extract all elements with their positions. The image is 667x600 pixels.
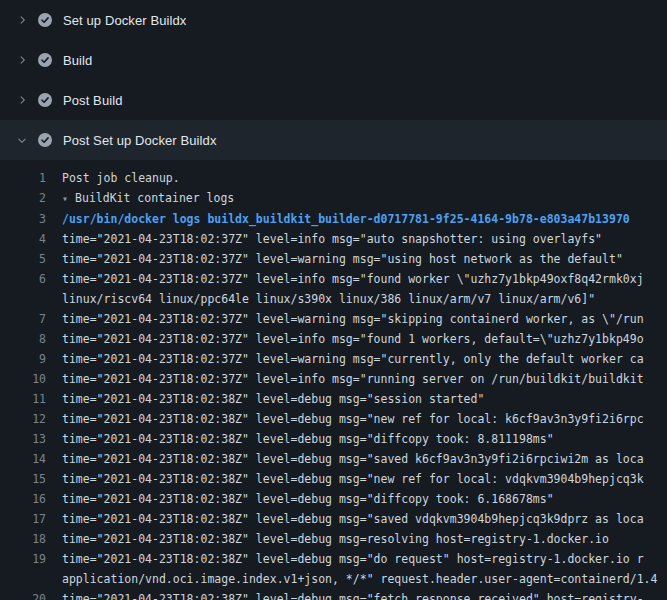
log-line: 14time="2021-04-23T18:02:38Z" level=debu… (0, 449, 667, 469)
chevron-right-icon (14, 12, 30, 28)
log-text: time="2021-04-23T18:02:37Z" level=warnin… (46, 249, 623, 269)
line-number[interactable]: 10 (0, 369, 46, 389)
log-line: 15time="2021-04-23T18:02:38Z" level=debu… (0, 469, 667, 489)
line-number[interactable]: 5 (0, 249, 46, 269)
log-text: time="2021-04-23T18:02:38Z" level=debug … (46, 449, 644, 469)
log-line: 20time="2021-04-23T18:02:38Z" level=debu… (0, 589, 667, 600)
step-header-post-build[interactable]: Post Build (0, 80, 667, 120)
log-text: time="2021-04-23T18:02:38Z" level=debug … (46, 429, 554, 449)
chevron-down-icon (14, 132, 30, 148)
log-line: 18time="2021-04-23T18:02:38Z" level=debu… (0, 529, 667, 549)
log-line: 16time="2021-04-23T18:02:38Z" level=debu… (0, 489, 667, 509)
log-text: time="2021-04-23T18:02:38Z" level=debug … (46, 549, 644, 569)
log-text: linux/riscv64 linux/ppc64le linux/s390x … (46, 289, 595, 309)
log-line: 9time="2021-04-23T18:02:37Z" level=warni… (0, 349, 667, 369)
step-label: Set up Docker Buildx (63, 13, 186, 28)
log-line: 8time="2021-04-23T18:02:37Z" level=info … (0, 329, 667, 349)
check-circle-icon (37, 92, 53, 108)
log-line: 6time="2021-04-23T18:02:37Z" level=info … (0, 269, 667, 289)
line-number[interactable]: 15 (0, 469, 46, 489)
line-number[interactable]: 16 (0, 489, 46, 509)
log-line: 3/usr/bin/docker logs buildx_buildkit_bu… (0, 209, 667, 229)
log-text: time="2021-04-23T18:02:38Z" level=debug … (46, 529, 609, 549)
line-number[interactable]: 14 (0, 449, 46, 469)
log-line: 2▾BuildKit container logs (0, 188, 667, 209)
log-line: 5time="2021-04-23T18:02:37Z" level=warni… (0, 249, 667, 269)
log-text: Post job cleanup. (46, 168, 180, 188)
workflow-log-viewer: Set up Docker Buildx Build Post Build Po… (0, 0, 667, 600)
log-text: ▾BuildKit container logs (46, 188, 234, 209)
log-text: time="2021-04-23T18:02:38Z" level=debug … (46, 469, 644, 489)
line-number[interactable]: 2 (0, 188, 46, 209)
line-number[interactable]: 20 (0, 589, 46, 600)
line-number[interactable]: 17 (0, 509, 46, 529)
check-circle-icon (37, 52, 53, 68)
step-label: Build (63, 53, 92, 68)
log-line: 11time="2021-04-23T18:02:38Z" level=debu… (0, 389, 667, 409)
log-line: 13time="2021-04-23T18:02:38Z" level=debu… (0, 429, 667, 449)
step-label: Post Build (63, 93, 123, 108)
log-line: application/vnd.oci.image.index.v1+json,… (0, 569, 667, 589)
log-text: time="2021-04-23T18:02:38Z" level=debug … (46, 489, 554, 509)
log-text: time="2021-04-23T18:02:37Z" level=info m… (46, 269, 644, 289)
log-text: application/vnd.oci.image.index.v1+json,… (46, 569, 657, 589)
step-header-setup-docker-buildx[interactable]: Set up Docker Buildx (0, 0, 667, 40)
line-number[interactable]: 1 (0, 168, 46, 188)
log-line: 17time="2021-04-23T18:02:38Z" level=debu… (0, 509, 667, 529)
log-line: 7time="2021-04-23T18:02:37Z" level=warni… (0, 309, 667, 329)
line-number[interactable]: 3 (0, 209, 46, 229)
log-lines: 1Post job cleanup.2▾BuildKit container l… (0, 160, 667, 600)
log-text: time="2021-04-23T18:02:38Z" level=debug … (46, 389, 484, 409)
log-text: time="2021-04-23T18:02:37Z" level=warnin… (46, 349, 644, 369)
log-text: time="2021-04-23T18:02:38Z" level=debug … (46, 409, 644, 429)
line-number[interactable]: 4 (0, 229, 46, 249)
log-text: time="2021-04-23T18:02:37Z" level=info m… (46, 329, 644, 349)
log-line: 4time="2021-04-23T18:02:37Z" level=info … (0, 229, 667, 249)
step-label: Post Set up Docker Buildx (63, 133, 217, 148)
log-text: time="2021-04-23T18:02:38Z" level=debug … (46, 589, 644, 600)
group-toggle-icon[interactable]: ▾ (62, 193, 68, 204)
log-line: 12time="2021-04-23T18:02:38Z" level=debu… (0, 409, 667, 429)
line-number[interactable]: 9 (0, 349, 46, 369)
line-number[interactable]: 8 (0, 329, 46, 349)
check-circle-icon (37, 12, 53, 28)
chevron-right-icon (14, 92, 30, 108)
line-number[interactable]: 11 (0, 389, 46, 409)
line-number[interactable]: 12 (0, 409, 46, 429)
log-text: time="2021-04-23T18:02:37Z" level=info m… (46, 369, 644, 389)
line-number[interactable] (0, 569, 46, 589)
line-number[interactable] (0, 289, 46, 309)
line-number[interactable]: 6 (0, 269, 46, 289)
log-line: 10time="2021-04-23T18:02:37Z" level=info… (0, 369, 667, 389)
step-header-build[interactable]: Build (0, 40, 667, 80)
log-line: linux/riscv64 linux/ppc64le linux/s390x … (0, 289, 667, 309)
log-text: /usr/bin/docker logs buildx_buildkit_bui… (46, 209, 630, 229)
log-line: 1Post job cleanup. (0, 168, 667, 188)
line-number[interactable]: 18 (0, 529, 46, 549)
step-header-post-setup-docker-buildx[interactable]: Post Set up Docker Buildx (0, 120, 667, 160)
line-number[interactable]: 7 (0, 309, 46, 329)
line-number[interactable]: 13 (0, 429, 46, 449)
log-text: time="2021-04-23T18:02:37Z" level=warnin… (46, 309, 644, 329)
line-number[interactable]: 19 (0, 549, 46, 569)
chevron-right-icon (14, 52, 30, 68)
check-circle-icon (37, 132, 53, 148)
log-text: time="2021-04-23T18:02:38Z" level=debug … (46, 509, 644, 529)
log-text: time="2021-04-23T18:02:37Z" level=info m… (46, 229, 602, 249)
log-line: 19time="2021-04-23T18:02:38Z" level=debu… (0, 549, 667, 569)
